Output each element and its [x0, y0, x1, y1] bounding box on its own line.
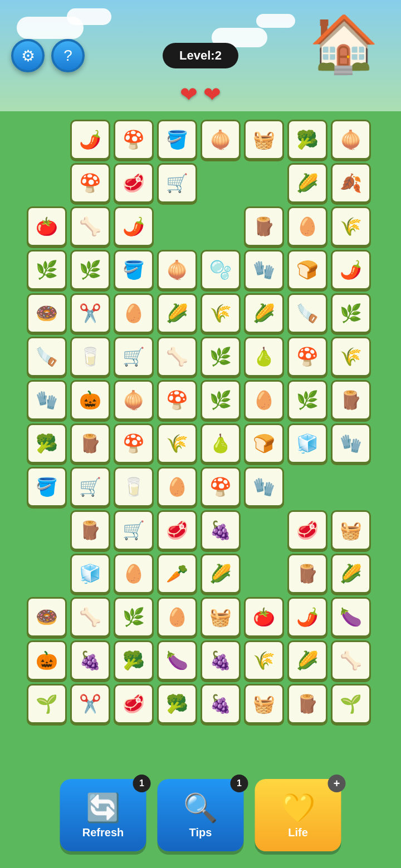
- tile-8-4[interactable]: 🍄: [200, 467, 241, 507]
- tile-11-4[interactable]: 🧺: [200, 597, 241, 637]
- tile-6-6[interactable]: 🌿: [287, 380, 327, 420]
- tile-4-5[interactable]: 🌽: [244, 293, 284, 333]
- tile-4-6[interactable]: 🪚: [287, 293, 327, 333]
- tile-5-2[interactable]: 🛒: [114, 337, 154, 377]
- tile-13-7[interactable]: 🌱: [331, 684, 371, 724]
- tile-11-7[interactable]: 🍆: [331, 597, 371, 637]
- tile-12-1[interactable]: 🍇: [70, 640, 110, 680]
- tile-6-4[interactable]: 🌿: [200, 380, 241, 420]
- tile-4-4[interactable]: 🌾: [200, 293, 241, 333]
- tile-11-6[interactable]: 🌶️: [287, 597, 327, 637]
- tips-button[interactable]: 1 🔍 Tips: [158, 779, 244, 851]
- tile-7-6[interactable]: 🧊: [287, 423, 327, 463]
- help-button[interactable]: ?: [51, 39, 85, 72]
- tile-2-5[interactable]: 🪵: [244, 206, 284, 246]
- tile-5-0[interactable]: 🪚: [27, 337, 67, 377]
- tile-2-6[interactable]: 🥚: [287, 206, 327, 246]
- tile-1-7[interactable]: 🍂: [331, 163, 371, 203]
- tile-0-3[interactable]: 🪣: [157, 120, 197, 160]
- tile-1-3[interactable]: 🛒: [157, 163, 197, 203]
- tile-9-4[interactable]: 🍇: [200, 510, 241, 550]
- tile-7-0[interactable]: 🥦: [27, 423, 67, 463]
- tile-5-1[interactable]: 🥛: [70, 337, 110, 377]
- tile-1-2[interactable]: 🥩: [114, 163, 154, 203]
- tile-11-1[interactable]: 🦴: [70, 597, 110, 637]
- tile-4-7[interactable]: 🌿: [331, 293, 371, 333]
- tile-4-3[interactable]: 🌽: [157, 293, 197, 333]
- tile-4-1[interactable]: ✂️: [70, 293, 110, 333]
- tile-12-4[interactable]: 🍇: [200, 640, 241, 680]
- tile-11-2[interactable]: 🌿: [114, 597, 154, 637]
- tile-0-2[interactable]: 🍄: [114, 120, 154, 160]
- tile-0-1[interactable]: 🌶️: [70, 120, 110, 160]
- tile-11-5[interactable]: 🍅: [244, 597, 284, 637]
- tile-13-1[interactable]: ✂️: [70, 684, 110, 724]
- tile-12-6[interactable]: 🌽: [287, 640, 327, 680]
- tile-2-1[interactable]: 🦴: [70, 206, 110, 246]
- tile-10-1[interactable]: 🧊: [70, 554, 110, 594]
- tile-3-4[interactable]: 🫧: [200, 250, 241, 290]
- tile-6-7[interactable]: 🪵: [331, 380, 371, 420]
- tile-11-0[interactable]: 🍩: [27, 597, 67, 637]
- tile-10-2[interactable]: 🥚: [114, 554, 154, 594]
- tile-8-5[interactable]: 🧤: [244, 467, 284, 507]
- tile-9-7[interactable]: 🧺: [331, 510, 371, 550]
- tile-10-4[interactable]: 🌽: [200, 554, 241, 594]
- tile-13-0[interactable]: 🌱: [27, 684, 67, 724]
- tile-9-6[interactable]: 🥩: [287, 510, 327, 550]
- tile-0-4[interactable]: 🧅: [200, 120, 241, 160]
- tile-8-0[interactable]: 🪣: [27, 467, 67, 507]
- tile-10-7[interactable]: 🌽: [331, 554, 371, 594]
- life-button[interactable]: + 💛 Life: [255, 779, 341, 851]
- tile-5-4[interactable]: 🌿: [200, 337, 241, 377]
- tile-7-3[interactable]: 🌾: [157, 423, 197, 463]
- tile-5-5[interactable]: 🍐: [244, 337, 284, 377]
- tile-13-4[interactable]: 🍇: [200, 684, 241, 724]
- tile-5-6[interactable]: 🍄: [287, 337, 327, 377]
- tile-8-3[interactable]: 🥚: [157, 467, 197, 507]
- tile-8-1[interactable]: 🛒: [70, 467, 110, 507]
- tile-6-2[interactable]: 🧅: [114, 380, 154, 420]
- tile-13-2[interactable]: 🥩: [114, 684, 154, 724]
- tile-3-6[interactable]: 🍞: [287, 250, 327, 290]
- tile-6-3[interactable]: 🍄: [157, 380, 197, 420]
- tile-7-1[interactable]: 🪵: [70, 423, 110, 463]
- tile-9-2[interactable]: 🛒: [114, 510, 154, 550]
- settings-button[interactable]: ⚙: [11, 39, 45, 72]
- tile-2-7[interactable]: 🌾: [331, 206, 371, 246]
- tile-3-0[interactable]: 🌿: [27, 250, 67, 290]
- tile-11-3[interactable]: 🥚: [157, 597, 197, 637]
- tile-9-1[interactable]: 🪵: [70, 510, 110, 550]
- tile-9-3[interactable]: 🥩: [157, 510, 197, 550]
- tile-8-2[interactable]: 🥛: [114, 467, 154, 507]
- tile-12-5[interactable]: 🌾: [244, 640, 284, 680]
- tile-4-0[interactable]: 🍩: [27, 293, 67, 333]
- tile-10-6[interactable]: 🪵: [287, 554, 327, 594]
- tile-10-3[interactable]: 🥕: [157, 554, 197, 594]
- tile-7-7[interactable]: 🧤: [331, 423, 371, 463]
- tile-6-1[interactable]: 🎃: [70, 380, 110, 420]
- tile-7-5[interactable]: 🍞: [244, 423, 284, 463]
- tile-1-1[interactable]: 🍄: [70, 163, 110, 203]
- tile-12-3[interactable]: 🍆: [157, 640, 197, 680]
- tile-13-3[interactable]: 🥦: [157, 684, 197, 724]
- tile-12-7[interactable]: 🦴: [331, 640, 371, 680]
- tile-3-1[interactable]: 🌿: [70, 250, 110, 290]
- tile-5-7[interactable]: 🌾: [331, 337, 371, 377]
- tile-0-5[interactable]: 🧺: [244, 120, 284, 160]
- tile-3-5[interactable]: 🧤: [244, 250, 284, 290]
- tile-1-6[interactable]: 🌽: [287, 163, 327, 203]
- tile-3-2[interactable]: 🪣: [114, 250, 154, 290]
- tile-12-0[interactable]: 🎃: [27, 640, 67, 680]
- tile-0-7[interactable]: 🧅: [331, 120, 371, 160]
- tile-13-5[interactable]: 🧺: [244, 684, 284, 724]
- tile-2-0[interactable]: 🍅: [27, 206, 67, 246]
- tile-6-5[interactable]: 🥚: [244, 380, 284, 420]
- tile-7-2[interactable]: 🍄: [114, 423, 154, 463]
- tile-7-4[interactable]: 🍐: [200, 423, 241, 463]
- tile-12-2[interactable]: 🥦: [114, 640, 154, 680]
- tile-2-2[interactable]: 🌶️: [114, 206, 154, 246]
- tile-4-2[interactable]: 🥚: [114, 293, 154, 333]
- tile-5-3[interactable]: 🦴: [157, 337, 197, 377]
- tile-3-3[interactable]: 🧅: [157, 250, 197, 290]
